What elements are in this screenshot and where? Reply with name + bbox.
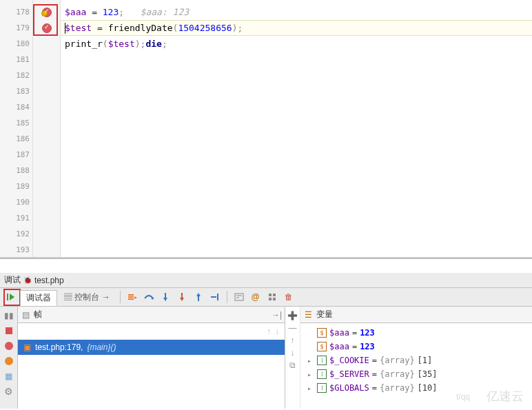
- frame-location: test.php:179,: [35, 342, 83, 352]
- trash-icon[interactable]: 🗑: [281, 289, 296, 305]
- variable-row[interactable]: ▸ ⁞ $_COOKIE = {array} [1]: [300, 353, 532, 367]
- line-number[interactable]: 189: [0, 178, 32, 194]
- evaluate-expression-button[interactable]: [232, 289, 247, 305]
- line-number[interactable]: 188: [0, 163, 32, 178]
- view-breakpoints-button[interactable]: [3, 340, 15, 352]
- line-number[interactable]: 186: [0, 131, 32, 147]
- run-to-cursor-button[interactable]: [207, 289, 223, 305]
- var-type: {array}: [380, 356, 415, 365]
- var-name: $_SERVER: [329, 369, 369, 379]
- line-number[interactable]: 193: [0, 242, 32, 258]
- panel-separator[interactable]: [0, 258, 532, 273]
- svg-rect-4: [128, 298, 134, 300]
- separator: [120, 291, 121, 303]
- breakpoint-gutter[interactable]: [33, 0, 61, 257]
- pause-button[interactable]: ▮▮: [3, 309, 15, 322]
- number-literal: 123: [103, 7, 119, 17]
- expand-icon[interactable]: ▸: [307, 371, 314, 378]
- vars-icon: ☰: [305, 310, 312, 320]
- show-execution-point-button[interactable]: [125, 289, 140, 305]
- collapse-icon[interactable]: →|: [272, 310, 282, 320]
- step-into-button[interactable]: [158, 289, 173, 305]
- var-type: {array}: [380, 383, 415, 393]
- line-number[interactable]: 180: [0, 36, 32, 52]
- up-icon[interactable]: ↑: [291, 336, 295, 345]
- debug-lower-pane: ▮▮ ▦ ⚙ ▤ 帧 →| ↑ ↓ ▣ test.php:179, {main}…: [0, 307, 532, 409]
- frame-next-button[interactable]: ↓: [275, 327, 279, 336]
- variable-row[interactable]: ▸ ⁞ $GLOBALS = {array} [10]: [300, 381, 532, 395]
- expand-icon[interactable]: ▸: [307, 385, 314, 392]
- line-number[interactable]: 187: [0, 147, 32, 163]
- stop-button[interactable]: [3, 325, 15, 337]
- line-number[interactable]: 192: [0, 226, 32, 242]
- line-number[interactable]: 190: [0, 194, 32, 210]
- keyword: die: [145, 39, 161, 49]
- settings-button[interactable]: ⚙: [3, 385, 15, 398]
- line-number[interactable]: 183: [0, 83, 32, 99]
- array-icon: ⁞: [317, 383, 327, 393]
- debug-tab-bar: 调试 🐞 test.php: [0, 273, 532, 288]
- frames-list: ▣ test.php:179, {main}(): [18, 340, 285, 409]
- breakpoint-extra-icon: [41, 10, 48, 17]
- variable-row[interactable]: ▸ ⁞ $_SERVER = {array} [35]: [300, 367, 532, 381]
- variable-row[interactable]: $ $aaa = 123: [300, 340, 532, 353]
- down-icon[interactable]: ↓: [291, 348, 295, 358]
- frames-header: ▤ 帧 →|: [18, 307, 285, 323]
- breakpoint-icon[interactable]: [42, 23, 52, 33]
- function-call: print_r: [65, 39, 103, 49]
- code-line-current: $test = friendlyDate(1504258656);: [61, 20, 532, 36]
- step-over-button[interactable]: [141, 289, 156, 305]
- var-name: $aaa: [329, 328, 349, 338]
- svg-marker-12: [196, 293, 201, 296]
- variable-row[interactable]: $ $aaa = 123: [300, 326, 532, 340]
- var-name: $aaa: [329, 342, 349, 351]
- frame-row[interactable]: ▣ test.php:179, {main}(): [18, 340, 285, 355]
- line-number[interactable]: 182: [0, 68, 32, 83]
- svg-rect-14: [217, 294, 218, 300]
- mute-breakpoints-button[interactable]: [3, 355, 15, 367]
- variables-panel: ➕ — ↑ ↓ ⧉ ☰ 变量 $ $aaa = 123 $ $aaa = 123: [285, 307, 532, 409]
- vars-body: ☰ 变量 $ $aaa = 123 $ $aaa = 123 ▸ ⁞ $_COO…: [300, 307, 532, 409]
- watermark: t/qq: [456, 392, 470, 402]
- settings-icon[interactable]: [265, 289, 280, 305]
- breakpoint-icon[interactable]: [42, 8, 52, 17]
- vars-header: ☰ 变量: [300, 307, 532, 323]
- remove-watch-icon[interactable]: —: [289, 323, 297, 333]
- line-number[interactable]: 185: [0, 115, 32, 131]
- svg-rect-20: [269, 298, 272, 300]
- add-watch-icon[interactable]: ➕: [287, 311, 298, 320]
- force-step-into-button[interactable]: [174, 289, 190, 305]
- code-content[interactable]: $aaa = 123; $aaa: 123 $test = friendlyDa…: [61, 0, 532, 257]
- code-line: $aaa = 123; $aaa: 123: [61, 4, 532, 20]
- highlight-box: [3, 289, 21, 306]
- line-number[interactable]: 191: [0, 210, 32, 226]
- variable: $aaa: [65, 7, 86, 17]
- svg-rect-18: [269, 294, 272, 296]
- line-number[interactable]: 178: [0, 4, 32, 20]
- line-number[interactable]: 181: [0, 52, 32, 68]
- var-type: {array}: [380, 369, 415, 379]
- console-icon: ▤: [64, 292, 74, 302]
- layout-button[interactable]: ▦: [3, 370, 15, 382]
- tab-debugger[interactable]: 调试器: [20, 290, 57, 306]
- svg-rect-21: [273, 298, 276, 300]
- array-icon: ⁞: [317, 356, 327, 365]
- copy-icon[interactable]: ⧉: [289, 360, 296, 370]
- expand-icon[interactable]: ▸: [307, 357, 314, 365]
- svg-rect-2: [128, 294, 134, 296]
- svg-rect-3: [128, 296, 134, 298]
- output-icon: →: [99, 292, 110, 302]
- number-literal: 1504258656: [178, 23, 232, 33]
- var-name: $GLOBALS: [329, 383, 369, 393]
- variable: $test: [108, 39, 135, 49]
- frame-nav: ↑ ↓: [18, 323, 285, 340]
- step-out-button[interactable]: [191, 289, 206, 305]
- at-sign-button[interactable]: @: [248, 289, 263, 305]
- line-number[interactable]: 184: [0, 99, 32, 115]
- frame-prev-button[interactable]: ↑: [267, 327, 271, 336]
- var-count: [10]: [418, 383, 438, 393]
- tab-console[interactable]: ▤ 控制台 →: [59, 290, 116, 305]
- line-number-gutter: 178 179 180 181 182 183 184 185 186 187 …: [0, 0, 33, 257]
- var-value: 123: [360, 342, 375, 351]
- line-number[interactable]: 179: [0, 20, 32, 36]
